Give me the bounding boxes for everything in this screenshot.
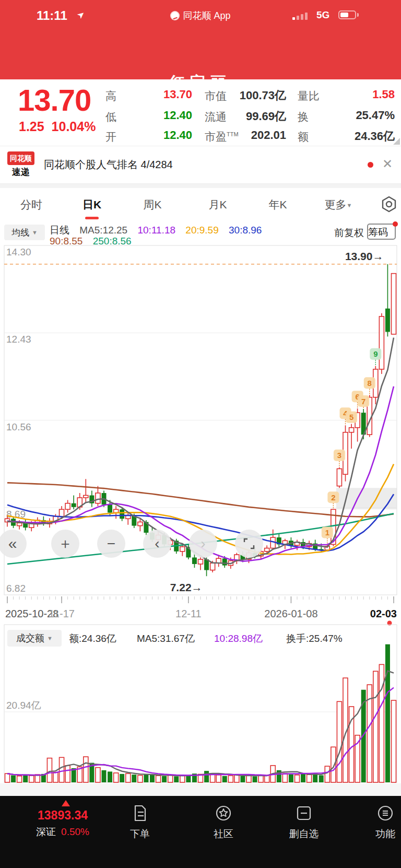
svg-text:›: ›: [200, 535, 205, 552]
community-star-icon: [215, 804, 232, 822]
nav-item-remove-watchlist[interactable]: 删自选: [275, 804, 333, 841]
volume-bar-up: [96, 768, 100, 782]
volume-bar-down: [102, 770, 107, 782]
nav-item-community[interactable]: 社区: [195, 804, 252, 841]
candle-up: [337, 469, 341, 486]
bottom-nav: 13893.34 深证0.50% 下单 社区 删自选 功能: [0, 796, 401, 868]
vol-ma5: MA5:31.67亿: [137, 632, 195, 646]
chart-toolbar-zoom-in-button[interactable]: ＋: [51, 530, 79, 558]
candle-up: [65, 503, 70, 510]
volume-bar-up: [53, 772, 58, 782]
candle-up: [349, 428, 354, 432]
candle-down: [222, 558, 227, 565]
volume-bar-up: [5, 773, 10, 782]
volume-bar-down: [222, 776, 227, 782]
volume-bar-up: [156, 776, 161, 782]
volume-bar-down: [174, 776, 179, 782]
y-axis-label: 10.56: [6, 421, 31, 432]
candle-up: [265, 548, 269, 552]
nav-item-functions[interactable]: 功能: [357, 804, 401, 841]
candle-up: [379, 316, 384, 369]
volume-indicator-chip[interactable]: 成交额 ▼: [7, 630, 62, 647]
x-axis-date-label: 12-11: [175, 608, 202, 619]
candle-up: [96, 493, 100, 503]
volume-bar-up: [29, 776, 34, 782]
volume-bar-up: [216, 775, 221, 782]
index-row[interactable]: 深证0.50%: [10, 825, 115, 839]
candle-up: [138, 522, 143, 525]
candle-up: [198, 559, 203, 564]
svg-text:1: 1: [325, 528, 329, 537]
chart-toolbar-fullscreen-button[interactable]: [235, 530, 263, 558]
candle-up: [392, 274, 396, 334]
lowest-price-annotation: 7.22→: [170, 581, 203, 593]
volume-axis-label: 20.94亿: [6, 700, 41, 711]
stock-detail-screen: { "status_bar": {"time": "11:11", "app_l…: [0, 0, 401, 868]
svg-text:«: «: [8, 535, 17, 552]
candle-up: [60, 509, 64, 516]
x-axis-date-label: 11-17: [49, 608, 75, 619]
vol-turnover: 换手:25.47%: [286, 632, 343, 646]
volume-bar-up: [246, 775, 251, 782]
volume-bar-down: [204, 771, 209, 782]
svg-text:7: 7: [361, 397, 365, 406]
volume-bar-up: [138, 775, 143, 782]
volume-bar-down: [150, 775, 155, 782]
volume-bar-up: [307, 775, 312, 782]
y-axis-label: 6.82: [6, 583, 26, 594]
volume-bar-down: [144, 775, 148, 782]
volume-bar-up: [65, 766, 70, 782]
volume-bar-up: [295, 775, 300, 782]
candle-down: [192, 557, 197, 564]
volume-bar-down: [289, 775, 293, 782]
volume-bar-down: [240, 776, 245, 782]
volume-bar-up: [392, 700, 396, 782]
volume-bar-up: [114, 773, 119, 782]
candle-up: [84, 495, 88, 497]
volume-bar-up: [126, 773, 131, 782]
volume-bar-down: [301, 774, 305, 782]
chart-toolbar-rewind-button[interactable]: «: [0, 530, 27, 558]
nav-item-order[interactable]: 下单: [111, 804, 169, 841]
candle-up: [180, 547, 185, 552]
chart-toolbar-prev-button[interactable]: ‹: [143, 530, 171, 558]
volume-bar-up: [168, 775, 173, 782]
candle-down: [108, 505, 112, 512]
index-name: 深证: [36, 826, 56, 837]
volume-bar-down: [23, 775, 28, 782]
volume-bar-up: [180, 776, 185, 782]
chart-toolbar-next-button[interactable]: ›: [189, 530, 217, 558]
volume-bar-down: [11, 775, 16, 782]
index-value[interactable]: 13893.34: [10, 808, 115, 823]
volume-bar-up: [373, 671, 378, 782]
volume-bar-up: [258, 776, 263, 782]
svg-text:2: 2: [331, 493, 335, 502]
volume-bar-up: [325, 766, 329, 782]
svg-text:＋: ＋: [58, 535, 73, 552]
volume-bar-up: [228, 776, 233, 782]
menu-circle-icon: [376, 804, 394, 822]
volume-bar-up: [60, 757, 64, 782]
volume-bar-down: [253, 776, 257, 782]
svg-text:9: 9: [373, 349, 378, 358]
x-axis-date-label: 2026-01-08: [264, 608, 317, 619]
volume-bar-down: [319, 775, 324, 782]
volume-bar-up: [47, 758, 52, 782]
vol-ma10: 10:28.98亿: [214, 632, 263, 646]
candle-up: [210, 563, 215, 570]
index-up-triangle: [62, 800, 70, 806]
candle-up: [17, 523, 22, 525]
volume-bar-down: [120, 774, 124, 782]
svg-text:3: 3: [337, 451, 341, 460]
index-pct: 0.50%: [61, 826, 89, 837]
separator: [0, 783, 401, 796]
svg-text:−: −: [107, 535, 115, 552]
kline-chart[interactable]: 14.3012.4310.568.696.8213.90→7.22→123456…: [0, 0, 401, 868]
volume-bar-down: [385, 644, 390, 782]
volume-bar-up: [84, 757, 88, 782]
svg-text:‹: ‹: [155, 535, 159, 552]
volume-bar-up: [282, 773, 287, 782]
highest-price-annotation: 13.90→: [345, 250, 384, 262]
volume-bar-up: [337, 701, 341, 782]
chart-toolbar-zoom-out-button[interactable]: −: [97, 530, 125, 558]
